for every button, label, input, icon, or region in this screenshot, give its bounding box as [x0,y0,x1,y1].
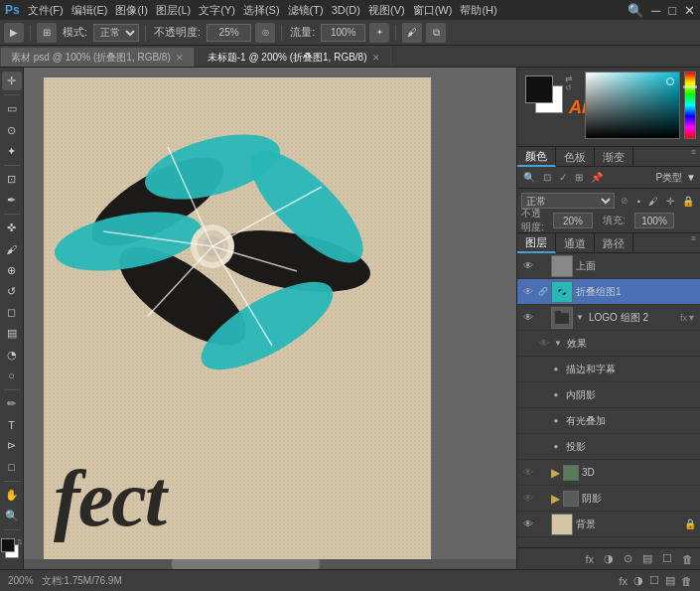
layer-item-logo2[interactable]: 👁 ▼ LOGO 组图 2 fx▼ [517,305,700,331]
tool-move[interactable]: ✛ [2,72,22,90]
layer-item-3d[interactable]: 👁 ▶ 3D [517,460,700,486]
tab-swatches[interactable]: 色板 [556,147,595,167]
opacity-input[interactable] [207,24,251,42]
status-icon-folder[interactable]: ▤ [665,574,675,587]
layer-item-overlay[interactable]: ● 有光叠加 [517,408,700,434]
blend-mode-select[interactable]: 正常 [93,24,139,42]
layer-item-bg[interactable]: 👁 背景 🔒 [517,512,700,537]
adjustment-layer-button[interactable]: ⊙ [621,552,635,565]
lock-position-icon[interactable]: ✛ [664,195,676,208]
tab-未标题[interactable]: 未标题-1 @ 200% (折叠图1, RGB/8) ✕ [197,47,391,67]
tab-layers[interactable]: 图层 [517,233,556,253]
filter-type-icon[interactable]: 🔍 [521,171,537,184]
layer-eye-overlay[interactable]: ● [549,414,563,428]
close-icon[interactable]: ✕ [684,3,695,18]
tab-素材[interactable]: 素材 psd @ 100% (折叠图1, RGB/8) ✕ [0,47,195,67]
layer-eye-logo2[interactable]: 👁 [521,311,535,325]
tool-select-icon[interactable]: ▶ [4,23,24,43]
tool-path-select[interactable]: ⊳ [2,436,22,455]
menu-layer[interactable]: 图层(L) [156,3,191,18]
menu-edit[interactable]: 编辑(E) [71,3,108,18]
layer-eye-3d[interactable]: 👁 [521,466,535,480]
spectrum-handle[interactable] [666,77,674,85]
layer-eye-shadow-ef[interactable]: ● [549,440,563,454]
layer-item-fold1[interactable]: 👁 🔗 折叠组图1 [517,279,700,305]
tool-options-icon[interactable]: ⊞ [37,23,57,43]
layer-item-stroke[interactable]: ● 描边和字幕 [517,357,700,382]
scroll-thumb-h[interactable] [172,559,320,569]
menu-filter[interactable]: 滤镜(T) [288,3,324,18]
pressure-icon[interactable]: ◎ [255,23,275,43]
lock-all-icon[interactable]: 🔒 [680,195,696,208]
filter-dropdown-arrow[interactable]: ▼ [686,172,696,183]
tool-eyedropper[interactable]: ✒ [2,191,22,210]
menu-window[interactable]: 窗口(W) [413,3,453,18]
lock-paint-icon[interactable]: 🖌 [646,195,660,208]
search-icon[interactable]: 🔍 [628,3,643,18]
status-icon-new[interactable]: ☐ [649,574,659,587]
layer-eye-shadow[interactable]: 👁 [521,492,535,506]
tool-dodge[interactable]: ○ [2,367,22,385]
tool-eraser[interactable]: ◻ [2,303,22,322]
layer-item-effect[interactable]: 👁 ▼ 效果 [517,331,700,357]
fill-value[interactable] [634,213,674,228]
layer-eye-effect[interactable]: 👁 [537,337,551,351]
color-swap-button[interactable]: ⇄ [565,74,573,83]
new-layer-button[interactable]: ☐ [659,552,675,565]
tool-pen[interactable]: ✏ [2,394,22,413]
layer-eye-inner[interactable]: ● [549,388,563,402]
tool-shape[interactable]: □ [2,458,22,477]
layer-eye-top[interactable]: 👁 [521,259,535,273]
color-hue-strip[interactable] [684,72,696,139]
menu-view[interactable]: 视图(V) [368,3,405,18]
airbrush-icon[interactable]: ✦ [369,23,389,43]
tool-clone-stamp[interactable]: ⊕ [2,261,22,280]
tool-healing[interactable]: ✜ [2,219,22,237]
layer-item-top[interactable]: 👁 上面 [517,253,700,279]
foreground-color[interactable] [525,75,553,103]
hue-handle[interactable] [683,85,697,88]
minimize-icon[interactable]: ─ [651,3,660,18]
menu-select[interactable]: 选择(S) [243,3,280,18]
tool-brush[interactable]: 🖌 [2,239,22,258]
tool-history-brush[interactable]: ↺ [2,282,22,301]
tab-color[interactable]: 颜色 [517,147,556,167]
layer-eye-fold1[interactable]: 👁 [521,285,535,299]
menu-file[interactable]: 文件(F) [28,3,64,18]
menu-text[interactable]: 文字(Y) [199,3,235,18]
tool-marquee[interactable]: ▭ [2,99,22,118]
flow-input[interactable] [321,24,365,42]
tool-magic-wand[interactable]: ✦ [2,142,22,161]
tab-channels[interactable]: 通道 [556,233,595,253]
scrollbar-horizontal[interactable] [24,559,516,569]
tool-type[interactable]: T [2,415,22,434]
status-icon-fx[interactable]: fx [619,575,628,587]
status-icon-mask[interactable]: ◑ [633,574,643,587]
menu-3d[interactable]: 3D(D) [332,4,360,16]
opacity-value[interactable] [553,213,593,228]
layer-mask-button[interactable]: ◑ [601,552,617,565]
fg-color-swatch[interactable] [1,538,15,552]
layer-item-inner[interactable]: ● 内阴影 [517,382,700,408]
tab-close-1[interactable]: ✕ [372,53,380,63]
layer-item-shadow-ef[interactable]: ● 投影 [517,434,700,460]
color-reset-button[interactable]: ↺ [565,83,572,92]
layer-fx-logo2[interactable]: fx▼ [680,313,696,323]
tab-paths[interactable]: 路径 [595,233,633,253]
tool-gradient[interactable]: ▤ [2,324,22,343]
maximize-icon[interactable]: □ [668,3,676,18]
filter-smart-icon[interactable]: ✓ [557,171,569,184]
delete-layer-button[interactable]: 🗑 [679,553,696,565]
brush-icon[interactable]: 🖌 [402,23,422,43]
tab-close-0[interactable]: ✕ [176,53,184,63]
tool-blur[interactable]: ◔ [2,345,22,364]
menu-image[interactable]: 图像(I) [115,3,147,18]
layer-style-button[interactable]: fx [582,553,597,565]
layers-panel-menu[interactable]: ≡ [687,233,700,252]
status-icon-trash[interactable]: 🗑 [681,575,692,587]
filter-effect-icon[interactable]: ⊡ [541,171,553,184]
tool-hand[interactable]: ✋ [2,486,22,505]
menu-help[interactable]: 帮助(H) [460,3,496,18]
layer-group-button[interactable]: ▤ [639,552,655,565]
layer-eye-bg[interactable]: 👁 [521,517,535,531]
